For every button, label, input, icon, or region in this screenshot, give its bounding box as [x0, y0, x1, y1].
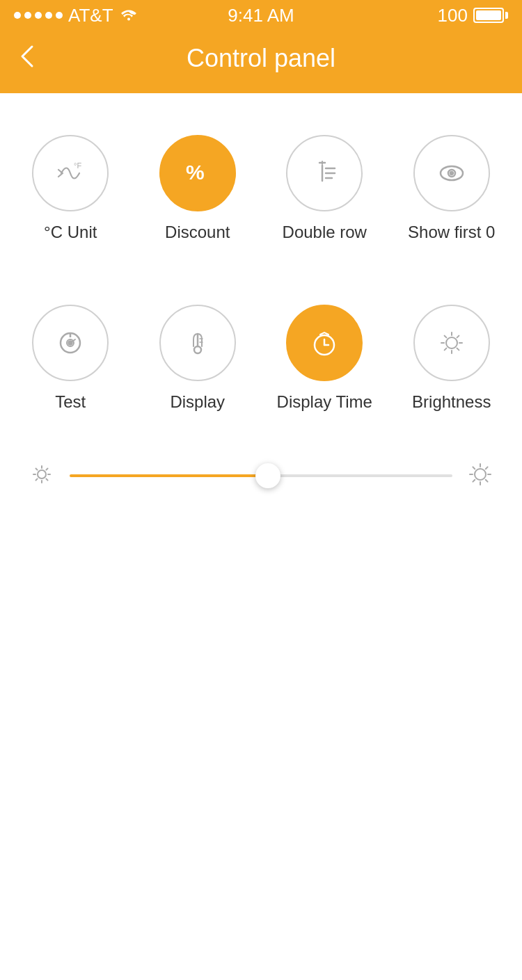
show-first-icon-circle — [413, 135, 490, 211]
svg-line-45 — [473, 467, 475, 469]
display-time-icon-circle — [286, 305, 363, 381]
unit-button[interactable]: °F °C Unit — [7, 121, 134, 256]
svg-line-29 — [457, 336, 459, 338]
svg-line-28 — [457, 348, 459, 351]
battery-icon — [473, 8, 508, 23]
wifi-icon — [119, 6, 139, 25]
unit-icon-circle: °F — [32, 135, 109, 211]
svg-point-22 — [446, 337, 457, 348]
svg-line-38 — [46, 469, 47, 470]
discount-icon-circle: % — [159, 135, 236, 211]
carrier-label: AT&T — [68, 5, 113, 26]
brightness-label: Brightness — [412, 392, 491, 412]
double-row-button[interactable]: Double row — [261, 121, 388, 256]
status-right: 100 — [438, 5, 508, 26]
signal-dots — [14, 12, 63, 19]
icon-grid-row2: Test Display — [0, 291, 522, 426]
header: Control panel — [0, 31, 522, 93]
unit-label: °C Unit — [44, 223, 97, 242]
battery-level: 100 — [438, 5, 468, 26]
status-left: AT&T — [14, 5, 139, 26]
svg-line-48 — [473, 480, 475, 482]
main-content: °F °C Unit % Discount — [0, 93, 522, 512]
test-label: Test — [55, 392, 86, 412]
icon-grid-row1: °F °C Unit % Discount — [0, 121, 522, 256]
test-icon-circle — [32, 305, 109, 381]
display-label: Display — [170, 392, 225, 412]
svg-point-9 — [450, 172, 453, 175]
display-button[interactable]: Display — [134, 291, 262, 426]
double-row-icon-circle — [286, 135, 363, 211]
double-row-label: Double row — [283, 223, 367, 242]
svg-line-27 — [444, 336, 446, 338]
svg-line-46 — [486, 480, 488, 482]
page-title: Control panel — [187, 44, 335, 73]
display-time-label: Display Time — [277, 392, 372, 412]
svg-point-31 — [38, 470, 46, 479]
time-label: 9:41 AM — [228, 5, 294, 26]
brightness-icon-circle — [413, 305, 490, 381]
svg-line-37 — [46, 479, 47, 480]
svg-point-16 — [194, 346, 201, 353]
svg-line-47 — [486, 467, 488, 469]
show-first-label: Show first 0 — [408, 223, 495, 242]
show-first-button[interactable]: Show first 0 — [388, 121, 516, 256]
svg-point-40 — [475, 469, 486, 480]
discount-button[interactable]: % Discount — [134, 121, 262, 256]
test-button[interactable]: Test — [7, 291, 134, 426]
status-bar: AT&T 9:41 AM 100 — [0, 0, 522, 31]
brightness-button[interactable]: Brightness — [388, 291, 516, 426]
svg-text:%: % — [186, 161, 205, 184]
brightness-max-icon — [466, 460, 494, 491]
svg-text:°F: °F — [74, 161, 81, 170]
display-time-button[interactable]: Display Time — [261, 291, 388, 426]
back-button[interactable] — [17, 41, 39, 76]
svg-line-36 — [36, 469, 38, 470]
brightness-slider[interactable] — [70, 474, 452, 477]
discount-label: Discount — [165, 223, 230, 242]
brightness-slider-section — [0, 460, 522, 491]
display-icon-circle — [159, 305, 236, 381]
svg-line-39 — [36, 479, 38, 480]
brightness-min-icon — [28, 460, 56, 491]
svg-line-30 — [444, 348, 446, 351]
